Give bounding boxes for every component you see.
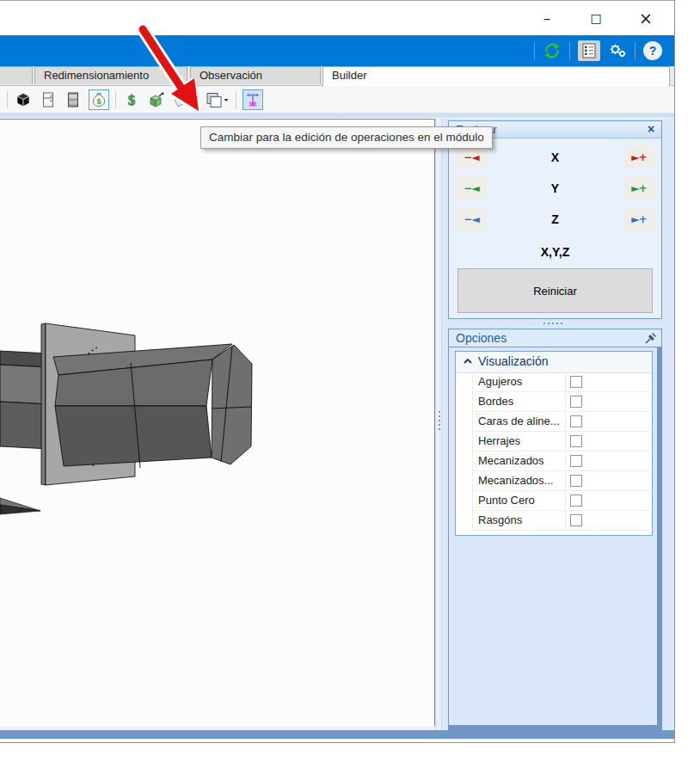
option-row-caras: Caras de aline...: [472, 412, 650, 432]
separator: [534, 42, 535, 59]
explode-y-plus-button[interactable]: ►+: [623, 177, 654, 200]
visualization-group-box: Visualización Agujeros Bordes: [455, 351, 653, 536]
option-label: Bordes: [478, 392, 513, 411]
herrajes-checkbox[interactable]: [570, 435, 582, 447]
bordes-checkbox[interactable]: [570, 396, 582, 408]
axis-xyz-label: X,Y,Z: [456, 241, 654, 263]
explotar-close-icon[interactable]: ×: [644, 121, 658, 137]
option-label: Mecanizados...: [478, 471, 553, 490]
app-window: – □ ×: [0, 0, 675, 743]
option-label: Mecanizados: [478, 452, 544, 470]
label-tag-icon[interactable]: [172, 90, 191, 109]
separator: [236, 91, 236, 108]
copy-view-dropdown-icon[interactable]: [204, 90, 230, 109]
option-row-mecanizados: Mecanizados: [472, 452, 650, 471]
3d-model: [0, 120, 435, 727]
close-button[interactable]: ×: [627, 4, 665, 32]
option-row-punto-cero: Punto Cero: [472, 491, 650, 511]
option-row-rasgons: Rasgóns: [472, 511, 650, 531]
splitter-grip: [439, 411, 440, 413]
pin-icon[interactable]: [644, 332, 657, 345]
option-row-herrajes: Herrajes: [472, 432, 650, 452]
option-row-mecanizados2: Mecanizados...: [472, 471, 650, 491]
explotar-panel: Explotar × −◄ X ►+ −◄ Y ►+ −◄: [448, 120, 662, 319]
grid-divider: [565, 432, 566, 451]
visualization-group-header[interactable]: Visualización: [456, 352, 652, 373]
tab-observacion[interactable]: Observación: [190, 66, 321, 84]
option-label: Punto Cero: [478, 491, 535, 510]
collapse-chevron-icon[interactable]: [463, 357, 473, 366]
option-label: Agujeros: [478, 372, 522, 391]
grid-divider: [565, 412, 566, 431]
tab-builder[interactable]: Builder: [322, 66, 670, 86]
bottom-status-strip: [0, 730, 674, 739]
horizontal-splitter-grip[interactable]: [552, 323, 554, 324]
opciones-body: Visualización Agujeros Bordes: [448, 347, 662, 730]
separator: [115, 91, 116, 108]
tooltip: Cambiar para la edición de operaciones e…: [200, 126, 493, 149]
money-bag-icon-toggled[interactable]: $: [89, 89, 109, 110]
explode-x-plus-button[interactable]: ►+: [623, 146, 654, 169]
agujeros-checkbox[interactable]: [570, 376, 582, 388]
opciones-header[interactable]: Opciones: [448, 329, 662, 347]
separator: [7, 91, 8, 108]
drawer-unit-icon[interactable]: [64, 90, 83, 109]
grid-divider: [565, 452, 566, 470]
svg-text:$: $: [128, 92, 136, 108]
svg-text:$: $: [96, 96, 101, 105]
option-label: Rasgóns: [478, 511, 522, 530]
3d-viewport[interactable]: [0, 119, 435, 726]
option-row-bordes: Bordes: [472, 392, 650, 412]
tab-redimensionamiento[interactable]: Redimensionamiento: [34, 66, 187, 84]
grid-divider: [565, 511, 566, 530]
properties-list-icon[interactable]: [578, 40, 600, 61]
grid-divider: [565, 491, 566, 510]
explode-x-row: −◄ X ►+: [456, 146, 654, 169]
caras-checkbox[interactable]: [570, 415, 582, 427]
option-row-agujeros: Agujeros: [472, 372, 650, 392]
mecanizados2-checkbox[interactable]: [570, 475, 582, 487]
separator: [569, 42, 570, 59]
explode-xyz-row: X,Y,Z: [456, 241, 654, 263]
tab-leftmost-partial[interactable]: [0, 66, 33, 84]
option-label: Herrajes: [478, 432, 520, 451]
explode-z-plus-button[interactable]: ►+: [623, 208, 654, 230]
app-ribbon-bar: ?: [0, 35, 674, 66]
grid-divider: [565, 392, 566, 411]
help-icon[interactable]: ?: [643, 41, 662, 60]
reiniciar-button[interactable]: Reiniciar: [457, 268, 653, 313]
module-operations-icon-highlighted[interactable]: [243, 89, 263, 110]
sync-icon[interactable]: [543, 41, 562, 60]
cube-icon[interactable]: [14, 90, 33, 109]
explode-z-row: −◄ Z ►+: [456, 208, 654, 230]
settings-gears-icon[interactable]: [608, 41, 627, 60]
explode-y-row: −◄ Y ►+: [456, 177, 654, 200]
visualization-group-label: Visualización: [478, 352, 548, 372]
content-area: Explotar × −◄ X ►+ −◄ Y ►+ −◄: [0, 119, 674, 730]
screenshot-page: – □ ×: [0, 0, 700, 762]
builder-toolbar: $ $: [0, 86, 674, 113]
rasgons-checkbox[interactable]: [570, 514, 582, 526]
dollar-icon[interactable]: $: [122, 90, 141, 109]
maximize-button[interactable]: □: [577, 4, 615, 32]
cabinet-icon[interactable]: [39, 90, 58, 109]
module-tabbar: Redimensionamiento Observación Builder: [0, 66, 674, 86]
minimize-button[interactable]: –: [528, 4, 566, 32]
grid-divider: [565, 372, 566, 391]
mecanizados-checkbox[interactable]: [570, 455, 582, 467]
right-dock-panel: Explotar × −◄ X ►+ −◄ Y ►+ −◄: [442, 119, 674, 730]
green-cube-icon[interactable]: [147, 90, 166, 109]
separator: [197, 91, 198, 108]
docking-accent-strip: [0, 113, 674, 119]
opciones-title: Opciones: [456, 331, 507, 345]
punto-cero-checkbox[interactable]: [570, 495, 582, 507]
option-label: Caras de aline...: [478, 412, 560, 431]
separator: [635, 42, 636, 59]
vertical-splitter[interactable]: [435, 119, 442, 730]
window-titlebar: – □ ×: [0, 1, 674, 35]
grid-divider: [565, 471, 566, 490]
